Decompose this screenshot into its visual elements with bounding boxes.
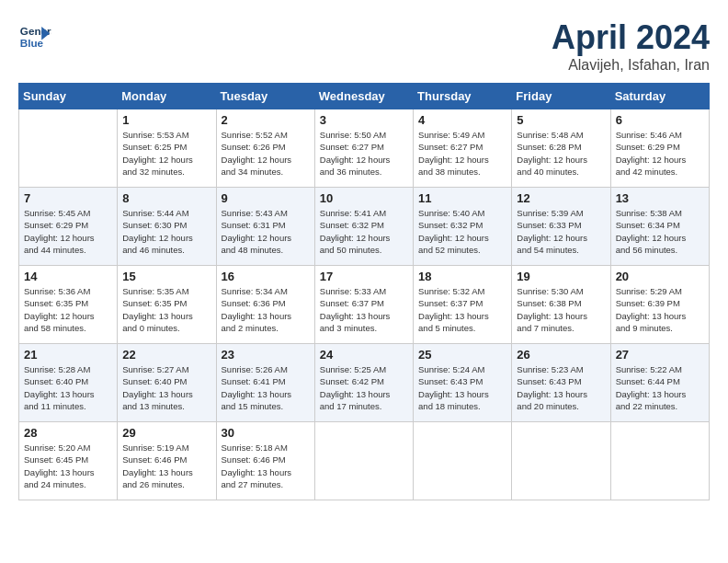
day-info: Sunrise: 5:32 AM Sunset: 6:37 PM Dayligh… xyxy=(418,285,506,334)
day-number: 30 xyxy=(222,426,310,440)
calendar-cell: 22Sunrise: 5:27 AM Sunset: 6:40 PM Dayli… xyxy=(118,344,216,422)
location-subtitle: Alavijeh, Isfahan, Iran xyxy=(552,57,710,74)
day-info: Sunrise: 5:36 AM Sunset: 6:35 PM Dayligh… xyxy=(24,285,112,334)
calendar-cell: 29Sunrise: 5:19 AM Sunset: 6:46 PM Dayli… xyxy=(118,422,216,500)
day-number: 4 xyxy=(418,113,506,127)
calendar-cell: 14Sunrise: 5:36 AM Sunset: 6:35 PM Dayli… xyxy=(19,266,118,344)
day-info: Sunrise: 5:45 AM Sunset: 6:29 PM Dayligh… xyxy=(24,207,112,256)
logo: General Blue xyxy=(18,18,55,52)
calendar-cell: 2Sunrise: 5:52 AM Sunset: 6:26 PM Daylig… xyxy=(216,109,314,188)
calendar-cell: 16Sunrise: 5:34 AM Sunset: 6:36 PM Dayli… xyxy=(216,266,314,344)
logo-icon: General Blue xyxy=(18,18,51,52)
calendar-cell: 17Sunrise: 5:33 AM Sunset: 6:37 PM Dayli… xyxy=(314,266,413,344)
day-number: 5 xyxy=(517,113,605,127)
day-info: Sunrise: 5:48 AM Sunset: 6:28 PM Dayligh… xyxy=(517,129,605,178)
day-info: Sunrise: 5:22 AM Sunset: 6:44 PM Dayligh… xyxy=(616,363,704,412)
calendar-cell: 15Sunrise: 5:35 AM Sunset: 6:35 PM Dayli… xyxy=(118,266,216,344)
calendar-week-5: 28Sunrise: 5:20 AM Sunset: 6:45 PM Dayli… xyxy=(19,422,710,500)
day-number: 18 xyxy=(418,270,506,283)
header-saturday: Saturday xyxy=(610,84,709,109)
calendar-cell: 6Sunrise: 5:46 AM Sunset: 6:29 PM Daylig… xyxy=(610,109,709,188)
day-info: Sunrise: 5:34 AM Sunset: 6:36 PM Dayligh… xyxy=(222,285,310,334)
day-number: 8 xyxy=(122,191,210,205)
day-info: Sunrise: 5:19 AM Sunset: 6:46 PM Dayligh… xyxy=(122,442,210,490)
calendar-cell xyxy=(314,422,413,500)
day-number: 24 xyxy=(320,348,408,362)
day-info: Sunrise: 5:44 AM Sunset: 6:30 PM Dayligh… xyxy=(122,207,210,256)
calendar-cell: 21Sunrise: 5:28 AM Sunset: 6:40 PM Dayli… xyxy=(19,344,118,422)
calendar-cell: 3Sunrise: 5:50 AM Sunset: 6:27 PM Daylig… xyxy=(314,109,413,188)
day-number: 27 xyxy=(616,348,704,362)
day-info: Sunrise: 5:50 AM Sunset: 6:27 PM Dayligh… xyxy=(320,129,408,178)
calendar-cell: 19Sunrise: 5:30 AM Sunset: 6:38 PM Dayli… xyxy=(512,266,610,344)
header-tuesday: Tuesday xyxy=(216,84,314,109)
day-info: Sunrise: 5:20 AM Sunset: 6:45 PM Dayligh… xyxy=(24,442,112,490)
day-number: 25 xyxy=(418,348,506,362)
header-thursday: Thursday xyxy=(414,84,512,109)
day-info: Sunrise: 5:25 AM Sunset: 6:42 PM Dayligh… xyxy=(320,363,408,412)
calendar-cell: 10Sunrise: 5:41 AM Sunset: 6:32 PM Dayli… xyxy=(314,188,413,266)
header-wednesday: Wednesday xyxy=(314,84,413,109)
calendar-cell: 11Sunrise: 5:40 AM Sunset: 6:32 PM Dayli… xyxy=(414,188,512,266)
calendar-cell: 28Sunrise: 5:20 AM Sunset: 6:45 PM Dayli… xyxy=(19,422,118,500)
day-info: Sunrise: 5:38 AM Sunset: 6:34 PM Dayligh… xyxy=(616,207,704,256)
calendar-cell: 13Sunrise: 5:38 AM Sunset: 6:34 PM Dayli… xyxy=(610,188,709,266)
day-info: Sunrise: 5:27 AM Sunset: 6:40 PM Dayligh… xyxy=(122,363,210,412)
calendar-cell: 8Sunrise: 5:44 AM Sunset: 6:30 PM Daylig… xyxy=(118,188,216,266)
day-number: 11 xyxy=(418,191,506,205)
day-number: 14 xyxy=(24,270,112,283)
day-number: 20 xyxy=(616,270,704,283)
calendar-cell: 27Sunrise: 5:22 AM Sunset: 6:44 PM Dayli… xyxy=(610,344,709,422)
calendar-cell xyxy=(610,422,709,500)
day-info: Sunrise: 5:40 AM Sunset: 6:32 PM Dayligh… xyxy=(418,207,506,256)
day-info: Sunrise: 5:41 AM Sunset: 6:32 PM Dayligh… xyxy=(320,207,408,256)
calendar-cell: 9Sunrise: 5:43 AM Sunset: 6:31 PM Daylig… xyxy=(216,188,314,266)
calendar-cell xyxy=(512,422,610,500)
day-number: 22 xyxy=(122,348,210,362)
header-friday: Friday xyxy=(512,84,610,109)
calendar-cell: 30Sunrise: 5:18 AM Sunset: 6:46 PM Dayli… xyxy=(216,422,314,500)
day-number: 16 xyxy=(222,270,310,283)
day-number: 23 xyxy=(222,348,310,362)
day-info: Sunrise: 5:53 AM Sunset: 6:25 PM Dayligh… xyxy=(122,129,210,178)
day-info: Sunrise: 5:35 AM Sunset: 6:35 PM Dayligh… xyxy=(122,285,210,334)
calendar-table: SundayMondayTuesdayWednesdayThursdayFrid… xyxy=(18,83,710,500)
day-number: 10 xyxy=(320,191,408,205)
header-sunday: Sunday xyxy=(19,84,118,109)
day-info: Sunrise: 5:29 AM Sunset: 6:39 PM Dayligh… xyxy=(616,285,704,334)
day-number: 7 xyxy=(24,191,112,205)
day-info: Sunrise: 5:39 AM Sunset: 6:33 PM Dayligh… xyxy=(517,207,605,256)
day-info: Sunrise: 5:43 AM Sunset: 6:31 PM Dayligh… xyxy=(222,207,310,256)
calendar-cell xyxy=(19,109,118,188)
calendar-cell: 25Sunrise: 5:24 AM Sunset: 6:43 PM Dayli… xyxy=(414,344,512,422)
day-info: Sunrise: 5:33 AM Sunset: 6:37 PM Dayligh… xyxy=(320,285,408,334)
day-number: 15 xyxy=(122,270,210,283)
day-info: Sunrise: 5:23 AM Sunset: 6:43 PM Dayligh… xyxy=(517,363,605,412)
page-header: General Blue April 2024 Alavijeh, Isfaha… xyxy=(18,18,710,74)
calendar-cell: 18Sunrise: 5:32 AM Sunset: 6:37 PM Dayli… xyxy=(414,266,512,344)
calendar-cell: 5Sunrise: 5:48 AM Sunset: 6:28 PM Daylig… xyxy=(512,109,610,188)
day-number: 9 xyxy=(222,191,310,205)
day-info: Sunrise: 5:49 AM Sunset: 6:27 PM Dayligh… xyxy=(418,129,506,178)
calendar-cell: 7Sunrise: 5:45 AM Sunset: 6:29 PM Daylig… xyxy=(19,188,118,266)
day-number: 28 xyxy=(24,426,112,440)
day-number: 29 xyxy=(122,426,210,440)
day-number: 17 xyxy=(320,270,408,283)
day-number: 3 xyxy=(320,113,408,127)
calendar-week-4: 21Sunrise: 5:28 AM Sunset: 6:40 PM Dayli… xyxy=(19,344,710,422)
calendar-week-2: 7Sunrise: 5:45 AM Sunset: 6:29 PM Daylig… xyxy=(19,188,710,266)
month-year-title: April 2024 xyxy=(552,18,710,57)
day-info: Sunrise: 5:30 AM Sunset: 6:38 PM Dayligh… xyxy=(517,285,605,334)
calendar-header-row: SundayMondayTuesdayWednesdayThursdayFrid… xyxy=(19,84,710,109)
day-info: Sunrise: 5:46 AM Sunset: 6:29 PM Dayligh… xyxy=(616,129,704,178)
day-number: 6 xyxy=(616,113,704,127)
calendar-cell: 23Sunrise: 5:26 AM Sunset: 6:41 PM Dayli… xyxy=(216,344,314,422)
calendar-cell: 1Sunrise: 5:53 AM Sunset: 6:25 PM Daylig… xyxy=(118,109,216,188)
calendar-cell: 26Sunrise: 5:23 AM Sunset: 6:43 PM Dayli… xyxy=(512,344,610,422)
day-info: Sunrise: 5:52 AM Sunset: 6:26 PM Dayligh… xyxy=(222,129,310,178)
day-info: Sunrise: 5:24 AM Sunset: 6:43 PM Dayligh… xyxy=(418,363,506,412)
calendar-week-3: 14Sunrise: 5:36 AM Sunset: 6:35 PM Dayli… xyxy=(19,266,710,344)
calendar-cell: 24Sunrise: 5:25 AM Sunset: 6:42 PM Dayli… xyxy=(314,344,413,422)
day-number: 2 xyxy=(222,113,310,127)
day-info: Sunrise: 5:26 AM Sunset: 6:41 PM Dayligh… xyxy=(222,363,310,412)
